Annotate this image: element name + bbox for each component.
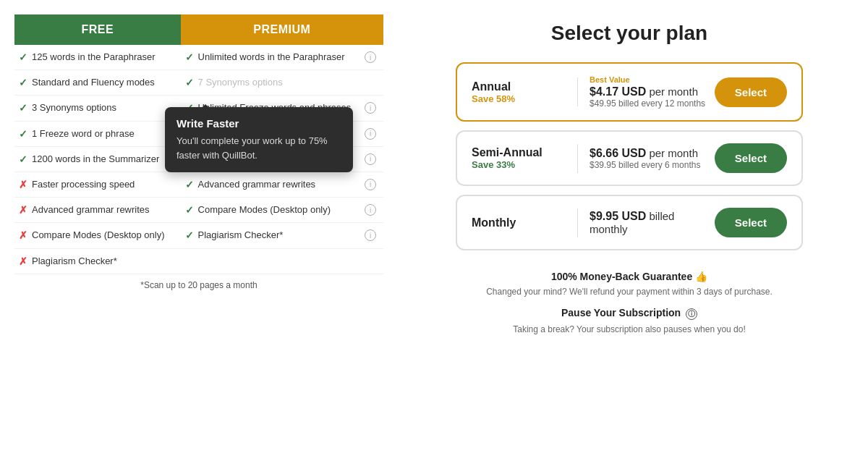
check-icon: ✓ [19,153,27,165]
check-icon: ✓ [19,51,27,63]
plan-name-semi-annual: Semi-Annual [472,146,566,159]
plan-price-semi-annual: $6.66 USD per month$39.95 billed every 6… [590,147,715,170]
x-icon: ✗ [19,204,27,216]
info-icon[interactable]: i [365,179,376,190]
tooltip-title: Write Faster [176,117,341,130]
free-feature-text: Compare Modes (Desktop only) [32,229,165,242]
info-icon[interactable]: i [365,51,376,63]
select-btn-monthly[interactable]: Select [715,208,787,237]
plan-card-annual: AnnualSave 58%Best Value$4.17 USD per mo… [456,62,803,122]
plan-label-annual: AnnualSave 58% [472,80,566,104]
free-feature-cell: ✓125 words in the Paraphraser [14,45,181,70]
premium-feature-cell [181,248,383,274]
check-icon: ✓ [185,229,194,241]
check-icon: ✓ [185,51,194,63]
plan-price-annual: Best Value$4.17 USD per month$49.95 bill… [590,75,715,109]
price-main-semi-annual: $6.66 USD per month [590,147,715,160]
free-feature-cell: ✓3 Synonyms options [14,96,181,121]
free-feature-text: 1 Freeze word or phrase [32,127,135,140]
tooltip-body: You'll complete your work up to 75% fast… [176,134,341,162]
best-value-badge: Best Value [590,75,715,84]
check-icon: ✓ [185,204,194,216]
plan-card-monthly: Monthly$9.95 USD billed monthlySelect [456,195,803,250]
check-icon: ✓ [19,102,27,114]
pause-text: Taking a break? Your subscription also p… [486,323,773,336]
premium-feature-cell: ✓Compare Modes (Desktop only)i [181,198,383,223]
info-icon[interactable]: i [365,153,376,165]
price-sub-semi-annual: $39.95 billed every 6 months [590,160,715,170]
plan-divider [577,77,578,106]
info-icon[interactable]: i [365,229,376,241]
plan-save-annual: Save 58% [472,93,566,104]
free-feature-cell: ✗Plagiarism Checker* [14,248,181,274]
pause-title: Pause Your Subscription ⓘ [486,307,773,320]
free-feature-text: Advanced grammar rewrites [32,203,150,216]
free-feature-cell: ✗Compare Modes (Desktop only) [14,223,181,248]
plan-name-annual: Annual [472,80,566,93]
x-icon: ✗ [19,179,27,190]
info-icon[interactable]: i [365,102,376,114]
price-main-annual: $4.17 USD per month [590,85,715,98]
x-icon: ✗ [19,256,27,267]
price-main-monthly: $9.95 USD billed monthly [590,210,715,235]
guarantee-title: 100% Money-Back Guarantee 👍 [486,271,773,282]
free-feature-cell: ✓1200 words in the Summarizer [14,146,181,172]
plan-title: Select your plan [551,22,707,45]
free-feature-cell: ✗Faster processing speed [14,172,181,197]
premium-feature-cell: ✓7 Synonyms options [181,70,383,96]
check-icon: ✓ [185,77,194,88]
select-btn-semi-annual[interactable]: Select [715,143,787,173]
premium-feature-cell: ✓Plagiarism Checker*i [181,223,383,248]
guarantee-text: Changed your mind? We'll refund your pay… [486,285,773,298]
plan-divider [577,144,578,173]
info-icon[interactable]: i [365,128,376,140]
free-feature-text: Faster processing speed [32,178,135,191]
footnote: *Scan up to 20 pages a month [14,274,383,296]
comparison-panel: FREE PREMIUM ✓125 words in the Paraphras… [0,0,391,311]
plan-name-monthly: Monthly [472,216,566,229]
plan-card-semi-annual: Semi-AnnualSave 33%$6.66 USD per month$3… [456,130,803,186]
premium-feature-text: Advanced grammar rewrites [198,178,316,191]
select-btn-annual[interactable]: Select [715,77,787,107]
check-icon: ✓ [19,77,27,88]
premium-feature-cell: ✓Advanced grammar rewritesi [181,172,383,197]
free-feature-text: 1200 words in the Summarizer [32,153,159,166]
free-feature-text: Plagiarism Checker* [32,255,117,268]
premium-feature-text: Plagiarism Checker* [198,229,284,242]
free-feature-text: 125 words in the Paraphraser [32,51,156,64]
premium-feature-text: Compare Modes (Desktop only) [198,203,331,216]
check-icon: ✓ [19,128,27,140]
premium-header: PREMIUM [181,14,383,45]
plan-save-semi-annual: Save 33% [472,159,566,170]
check-icon: ✓ [185,179,194,190]
free-feature-cell: ✓Standard and Fluency modes [14,70,181,96]
x-icon: ✗ [19,229,27,241]
free-feature-cell: ✓1 Freeze word or phrase [14,121,181,146]
premium-feature-cell: ✓Unlimited words in the Paraphraseri [181,45,383,70]
premium-feature-text: Unlimited words in the Paraphraser [198,51,345,64]
plan-selection-panel: Select your plan AnnualSave 58%Best Valu… [391,0,868,358]
guarantee-section: 100% Money-Back Guarantee 👍 Changed your… [486,271,773,336]
free-header: FREE [14,14,181,45]
free-feature-text: Standard and Fluency modes [32,76,155,89]
plan-label-semi-annual: Semi-AnnualSave 33% [472,146,566,170]
plan-label-monthly: Monthly [472,216,566,229]
pause-info-icon: ⓘ [686,308,697,320]
plan-price-monthly: $9.95 USD billed monthly [590,210,715,235]
premium-feature-text: 7 Synonyms options [198,76,283,89]
free-feature-text: 3 Synonyms options [32,101,116,114]
price-sub-annual: $49.95 billed every 12 months [590,98,715,109]
tooltip-box: Write Faster You'll complete your work u… [165,107,353,172]
free-feature-cell: ✗Advanced grammar rewrites [14,198,181,223]
info-icon[interactable]: i [365,204,376,216]
plan-divider [577,208,578,237]
